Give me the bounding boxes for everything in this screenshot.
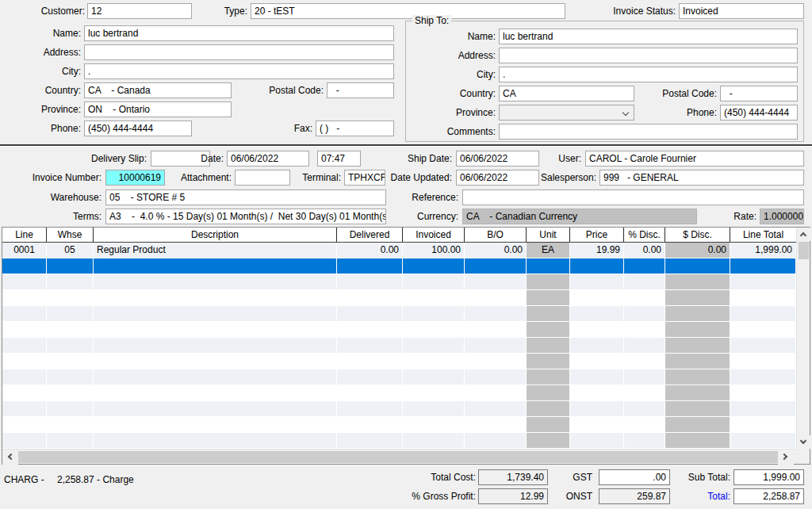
grid-cell[interactable] [730,433,796,449]
grid-row-empty[interactable] [2,417,796,433]
grid-cell[interactable] [665,306,730,322]
grid-cell[interactable] [465,385,527,401]
grid-cell[interactable] [47,354,94,369]
grid-cell[interactable] [570,258,624,274]
grid-cell[interactable] [730,338,796,354]
grid-cell[interactable] [94,354,337,369]
grid-cell[interactable] [2,258,47,274]
grid-cell[interactable] [337,433,403,449]
grid-cell[interactable]: 0001 [2,243,47,258]
grid-cell[interactable] [624,290,665,306]
ship-city-field[interactable]: . [499,67,798,82]
grid-cell[interactable] [624,258,665,274]
grid-cell[interactable]: 0.00 [665,243,730,258]
grid-cell[interactable] [403,306,465,322]
grid-cell[interactable] [465,401,527,417]
grid-cell[interactable] [47,338,94,354]
grid-cell[interactable] [337,306,403,322]
grid-cell[interactable] [94,417,337,433]
grid-cell[interactable] [527,338,570,354]
grid-column-header-line[interactable]: Line [2,228,47,242]
grid-cell[interactable] [624,369,665,385]
attachment-field[interactable] [235,170,290,186]
ship-date-field[interactable]: 06/06/2022 [456,151,539,166]
grid-cell[interactable] [465,274,527,290]
horizontal-scrollbar[interactable] [2,449,796,464]
grid-cell[interactable]: 0.00 [624,243,665,258]
grid-cell[interactable] [2,290,47,306]
grid-cell[interactable] [47,385,94,401]
terms-field[interactable]: A3 - 4.0 % - 15 Day(s) 01 Month(s) / Net… [105,209,386,224]
grid-cell[interactable] [570,401,624,417]
scroll-right-button[interactable] [778,450,794,465]
grid-cell[interactable] [665,290,730,306]
grid-cell[interactable] [337,258,403,274]
grid-cell[interactable] [730,306,796,322]
grid-cell[interactable] [570,274,624,290]
grid-cell[interactable] [47,322,94,338]
grid-cell[interactable] [527,385,570,401]
date-updated-field[interactable]: 06/06/2022 [456,170,539,186]
reference-field[interactable] [462,189,804,205]
invoice-number-field[interactable]: 10000619 [105,170,165,186]
grid-cell[interactable] [465,258,527,274]
grid-cell[interactable] [403,290,465,306]
grid-cell[interactable] [624,322,665,338]
warehouse-field[interactable]: 05 - STORE # 5 [105,189,386,205]
grid-cell[interactable] [665,369,730,385]
customer-field[interactable]: 12 [87,3,192,19]
grid-column-header--disc-[interactable]: % Disc. [624,228,665,242]
grid-cell[interactable] [47,306,94,322]
grid-cell[interactable]: 05 [47,243,94,258]
grid-cell[interactable] [403,433,465,449]
grid-cell[interactable] [527,322,570,338]
salesperson-field[interactable]: 999 - GENERAL [599,170,804,186]
grid-cell[interactable] [624,354,665,369]
time-field[interactable]: 07:47 [317,151,361,166]
grid-cell[interactable] [337,322,403,338]
grid-cell[interactable] [337,401,403,417]
grid-cell[interactable] [2,322,47,338]
grid-cell[interactable] [527,354,570,369]
ship-postal-code-field[interactable]: - [720,86,798,101]
grid-column-header-invoiced[interactable]: Invoiced [403,228,465,242]
grid-cell[interactable] [570,369,624,385]
ship-comments-field[interactable] [499,124,798,140]
grid-cell[interactable] [665,258,730,274]
grid-cell[interactable] [527,401,570,417]
grid-cell[interactable] [2,354,47,369]
grid-column-header-description[interactable]: Description [94,228,337,242]
grid-cell[interactable] [730,369,796,385]
grid-cell[interactable] [570,417,624,433]
grid-cell[interactable] [527,274,570,290]
grid-row-empty[interactable] [2,433,796,449]
grid-cell[interactable] [730,354,796,369]
grid-cell[interactable] [624,401,665,417]
grid-cell[interactable]: 0.00 [465,243,527,258]
grid-cell[interactable] [47,401,94,417]
grid-cell[interactable] [465,322,527,338]
ship-country-field[interactable]: CA [499,86,634,101]
grid-cell[interactable] [403,274,465,290]
grid-cell[interactable] [2,338,47,354]
grid-cell[interactable] [94,401,337,417]
grid-cell[interactable] [665,354,730,369]
grid-column-header-delivered[interactable]: Delivered [337,228,403,242]
scroll-down-button[interactable] [797,435,810,449]
grid-cell[interactable] [465,417,527,433]
grid-cell[interactable] [94,338,337,354]
grid-cell[interactable] [2,401,47,417]
ship-address-field[interactable] [499,48,798,63]
grid-cell[interactable] [665,401,730,417]
grid-cell[interactable] [465,306,527,322]
grid-cell[interactable] [624,433,665,449]
grid-cell[interactable] [665,433,730,449]
grid-cell[interactable] [337,369,403,385]
grid-cell[interactable] [403,322,465,338]
ship-phone-field[interactable]: (450) 444-4444 [720,105,798,121]
grid-row-empty[interactable] [2,385,796,401]
horizontal-scroll-thumb[interactable] [18,451,778,463]
name-field[interactable]: luc bertrand [84,25,394,41]
grid-cell[interactable] [337,385,403,401]
grid-cell[interactable] [337,290,403,306]
